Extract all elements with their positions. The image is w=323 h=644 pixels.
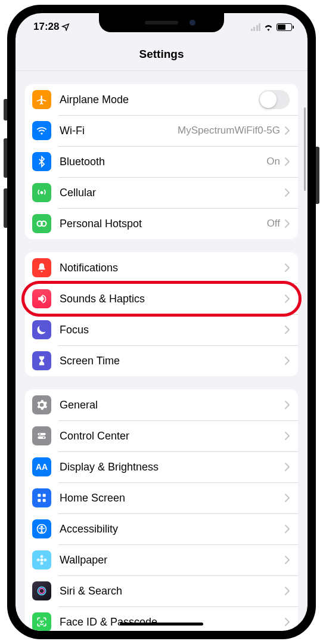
- siri-icon: [32, 581, 51, 600]
- gear-icon: [32, 395, 51, 414]
- moon-icon: [32, 320, 51, 339]
- chevron-right-icon: [285, 494, 290, 502]
- chevron-right-icon: [285, 126, 290, 135]
- chevron-right-icon: [285, 188, 290, 197]
- row-label: Notifications: [60, 262, 285, 274]
- row-bluetooth[interactable]: Bluetooth On: [25, 146, 298, 177]
- flower-icon: [32, 550, 51, 569]
- row-value: MySpectrumWiFif0-5G: [178, 125, 280, 137]
- settings-group-system: General Control Center AA Display & Brig…: [25, 389, 298, 631]
- row-label: Sounds & Haptics: [60, 293, 285, 305]
- svg-point-11: [41, 526, 43, 528]
- row-cellular[interactable]: Cellular: [25, 177, 298, 208]
- svg-rect-6: [38, 494, 41, 497]
- svg-point-18: [39, 589, 44, 593]
- row-label: General: [60, 399, 285, 411]
- row-label: Wallpaper: [60, 554, 285, 566]
- scroll-indicator: [304, 107, 306, 191]
- row-siri-search[interactable]: Siri & Search: [25, 575, 298, 606]
- row-label: Screen Time: [60, 355, 285, 367]
- row-label: Siri & Search: [60, 585, 285, 597]
- svg-point-5: [43, 437, 45, 439]
- row-label: Control Center: [60, 430, 285, 442]
- chevron-right-icon: [285, 463, 290, 471]
- chevron-right-icon: [285, 556, 290, 564]
- wifi-icon: [32, 121, 51, 140]
- svg-point-4: [39, 434, 41, 435]
- row-wifi[interactable]: Wi-Fi MySpectrumWiFif0-5G: [25, 115, 298, 146]
- home-indicator[interactable]: [120, 623, 203, 626]
- switches-icon: [32, 426, 51, 445]
- bluetooth-icon: [32, 152, 51, 171]
- row-notifications[interactable]: Notifications: [25, 252, 298, 283]
- chevron-right-icon: [285, 295, 290, 303]
- svg-point-12: [41, 559, 44, 562]
- chevron-right-icon: [285, 357, 290, 365]
- row-personal-hotspot[interactable]: Personal Hotspot Off: [25, 208, 298, 239]
- row-accessibility[interactable]: Accessibility: [25, 513, 298, 544]
- chevron-right-icon: [285, 326, 290, 334]
- svg-rect-3: [38, 436, 45, 439]
- svg-point-13: [41, 555, 44, 558]
- cellular-icon: [32, 183, 51, 202]
- row-label: Bluetooth: [60, 156, 266, 168]
- chevron-right-icon: [285, 525, 290, 533]
- row-label: Face ID & Passcode: [60, 616, 285, 628]
- chevron-right-icon: [285, 618, 290, 626]
- row-wallpaper[interactable]: Wallpaper: [25, 544, 298, 575]
- row-label: Personal Hotspot: [60, 218, 267, 230]
- row-screen-time[interactable]: Screen Time: [25, 345, 298, 376]
- aa-icon: AA: [32, 457, 51, 476]
- svg-rect-9: [43, 499, 46, 502]
- svg-point-14: [41, 562, 44, 565]
- grid-icon: [32, 488, 51, 507]
- airplane-toggle[interactable]: [259, 90, 290, 109]
- row-label: Wi-Fi: [60, 125, 178, 137]
- row-control-center[interactable]: Control Center: [25, 420, 298, 451]
- row-display-brightness[interactable]: AA Display & Brightness: [25, 451, 298, 482]
- chevron-right-icon: [285, 264, 290, 272]
- status-time: 17:28: [33, 21, 59, 33]
- faceid-icon: [32, 612, 51, 631]
- settings-group-connectivity: Airplane Mode Wi-Fi MySpectrumWiFif0-5G …: [25, 84, 298, 239]
- chevron-right-icon: [285, 401, 290, 409]
- row-airplane-mode[interactable]: Airplane Mode: [25, 84, 298, 115]
- chevron-right-icon: [285, 219, 290, 228]
- row-general[interactable]: General: [25, 389, 298, 420]
- row-sounds-haptics[interactable]: Sounds & Haptics: [25, 283, 298, 314]
- hourglass-icon: [32, 351, 51, 370]
- chevron-right-icon: [285, 157, 290, 166]
- svg-rect-8: [38, 499, 41, 502]
- row-label: Airplane Mode: [60, 94, 259, 106]
- row-label: Focus: [60, 324, 285, 336]
- location-arrow-icon: [61, 23, 70, 31]
- settings-content[interactable]: Airplane Mode Wi-Fi MySpectrumWiFif0-5G …: [15, 71, 308, 631]
- row-value: On: [266, 156, 280, 168]
- chevron-right-icon: [285, 432, 290, 440]
- battery-icon: [277, 23, 292, 31]
- row-label: Cellular: [60, 187, 285, 199]
- svg-point-15: [37, 559, 40, 562]
- page-title: Settings: [15, 41, 308, 71]
- wifi-status-icon: [263, 23, 274, 31]
- settings-group-alerting: Notifications Sounds & Haptics Focus: [25, 252, 298, 376]
- airplane-icon: [32, 90, 51, 109]
- svg-point-16: [44, 559, 46, 562]
- speaker-icon: [32, 289, 51, 308]
- bell-icon: [32, 258, 51, 277]
- row-label: Home Screen: [60, 492, 285, 504]
- cellular-signal-icon: [251, 23, 261, 31]
- row-value: Off: [267, 218, 280, 230]
- person-icon: [32, 519, 51, 538]
- hotspot-icon: [32, 214, 51, 233]
- svg-rect-2: [38, 433, 45, 435]
- row-faceid-passcode[interactable]: Face ID & Passcode: [25, 606, 298, 631]
- row-label: Display & Brightness: [60, 461, 285, 473]
- row-label: Accessibility: [60, 523, 285, 535]
- svg-rect-7: [43, 494, 46, 497]
- chevron-right-icon: [285, 587, 290, 595]
- row-focus[interactable]: Focus: [25, 314, 298, 345]
- row-home-screen[interactable]: Home Screen: [25, 482, 298, 513]
